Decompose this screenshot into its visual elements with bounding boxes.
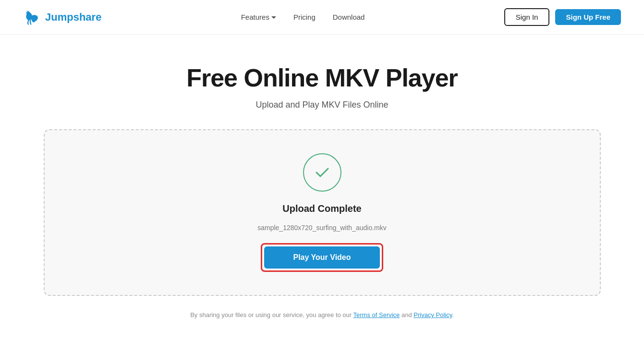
nav-features[interactable]: Features (241, 13, 276, 21)
auth-buttons: Sign In Sign Up Free (504, 8, 621, 26)
page-title: Free Online MKV Player (186, 63, 458, 92)
nav-download[interactable]: Download (333, 13, 365, 21)
logo-link[interactable]: Jumpshare (23, 9, 101, 26)
play-video-button[interactable]: Play Your Video (264, 246, 379, 269)
checkmark-icon (314, 164, 331, 181)
uploaded-filename: sample_1280x720_surfing_with_audio.mkv (257, 224, 387, 232)
privacy-policy-link[interactable]: Privacy Policy (413, 311, 452, 318)
kangaroo-icon (23, 9, 40, 26)
footer-legal-note: By sharing your files or using our servi… (190, 311, 454, 318)
nav-pricing[interactable]: Pricing (293, 13, 316, 21)
chevron-down-icon (271, 16, 276, 19)
upload-status-text: Upload Complete (282, 203, 361, 214)
terms-of-service-link[interactable]: Terms of Service (353, 311, 400, 318)
main-nav: Features Pricing Download (241, 13, 365, 21)
signup-button[interactable]: Sign Up Free (555, 9, 621, 25)
play-button-highlight: Play Your Video (261, 243, 383, 272)
upload-drop-zone[interactable]: Upload Complete sample_1280x720_surfing_… (44, 129, 601, 296)
svg-point-3 (26, 11, 29, 13)
main-content: Free Online MKV Player Upload and Play M… (0, 35, 644, 338)
logo-text: Jumpshare (45, 11, 101, 24)
site-header: Jumpshare Features Pricing Download Sign… (0, 0, 644, 35)
svg-point-4 (26, 11, 27, 12)
page-subtitle: Upload and Play MKV Files Online (255, 100, 388, 110)
success-circle (303, 153, 341, 192)
signin-button[interactable]: Sign In (504, 8, 550, 26)
